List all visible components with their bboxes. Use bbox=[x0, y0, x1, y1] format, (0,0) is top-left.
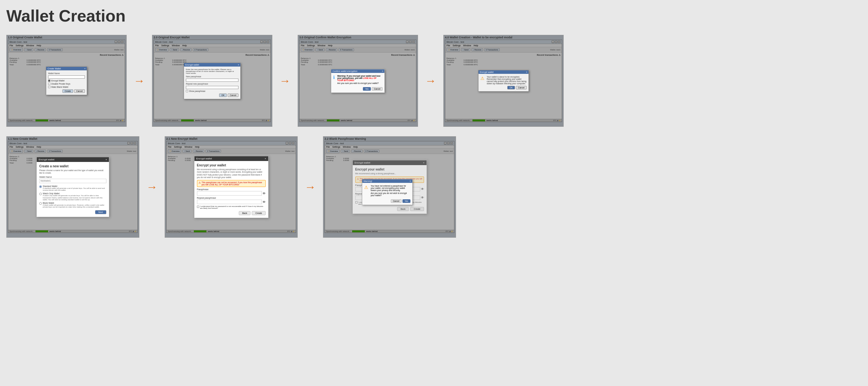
screenshot-2-0: 2.0 Original Encrypt Wallet Bitcoin Core… bbox=[152, 35, 272, 127]
warning-icon: ⚠ bbox=[480, 76, 485, 81]
warning-close-icon[interactable]: × bbox=[409, 180, 411, 182]
cancel-btn[interactable]: Cancel bbox=[74, 89, 85, 93]
create-btn[interactable]: Create bbox=[62, 89, 73, 93]
passphrase-input[interactable] bbox=[197, 191, 262, 196]
blank-warning-dialog: Warning! × ⚠ You have not entered a pass… bbox=[362, 179, 413, 205]
step-2-1: 2.1 New Encrypt Wallet Bitcoin Core - te… bbox=[165, 136, 298, 238]
screenshot-1-1: 1.1 New Create Wallet Bitcoin Core - tes… bbox=[6, 136, 140, 238]
step-label-2-2: 2.2 Blank Passphrase Warning bbox=[324, 137, 366, 140]
warning-yes-btn[interactable]: Yes bbox=[402, 199, 410, 203]
step-2-2: 2.2 Blank Passphrase Warning Bitcoin Cor… bbox=[323, 136, 456, 238]
cancel-btn3[interactable]: Cancel bbox=[372, 87, 382, 91]
eye-icon[interactable]: 👁 bbox=[262, 192, 266, 195]
new-encrypt-dialog: Encrypt wallet × Encrypt your wallet We … bbox=[194, 156, 269, 218]
screenshot-4-0: 4.0 Wallet Creation - Wallet to be encry… bbox=[443, 35, 564, 127]
encrypt-old-dialog: Encrypt wallet × Enter the new passphras… bbox=[184, 63, 241, 99]
create-wallet-dialog: Create Wallet × Wallet Name Encrypt Wall… bbox=[46, 66, 87, 95]
show-passphrase-checkbox[interactable] bbox=[186, 90, 188, 92]
create-wallet-body: Wallet Name Encrypt Wallet Disable Priva… bbox=[46, 70, 87, 95]
next-btn[interactable]: Next bbox=[95, 210, 106, 214]
cancel-btn4[interactable]: Cancel bbox=[516, 86, 527, 89]
page-title: Wallet Creation bbox=[6, 6, 862, 25]
new-create-overlay: Encrypt wallet × Create a new wallet Ple… bbox=[7, 137, 139, 237]
warning-cancel-btn[interactable]: Cancel bbox=[391, 199, 402, 203]
create-btn2[interactable]: Create bbox=[252, 211, 266, 215]
wallet-encrypt-overlay: Encrypt wallet × ⚠ Your wallet is about … bbox=[444, 35, 563, 126]
repeat-passphrase-input[interactable] bbox=[186, 86, 239, 89]
understand-checkbox[interactable] bbox=[197, 206, 199, 208]
arrow-2: → bbox=[272, 74, 298, 87]
confirm-encrypt-dialog: Confirm wallet encryption × ℹ Warning: I… bbox=[331, 69, 385, 93]
blank-wallet-checkbox[interactable] bbox=[48, 86, 50, 88]
step-2-0: 2.0 Original Encrypt Wallet Bitcoin Core… bbox=[152, 35, 272, 127]
wallet-type-group: Standard Wallet A standard wallet will g… bbox=[39, 185, 106, 208]
ok-btn[interactable]: OK bbox=[219, 93, 226, 97]
back-btn2[interactable]: Back bbox=[397, 207, 409, 211]
new-create-dialog: Encrypt wallet × Create a new wallet Ple… bbox=[36, 157, 109, 217]
ok-btn4[interactable]: OK bbox=[507, 86, 515, 89]
watch-radio[interactable] bbox=[39, 193, 42, 195]
arrow-4: → bbox=[140, 180, 165, 194]
screenshot-2-1: 2.1 New Encrypt Wallet Bitcoin Core - te… bbox=[165, 136, 298, 238]
watch-wallet-option[interactable]: Watch Only Wallet A watch only wallet wi… bbox=[39, 192, 106, 201]
encrypt-checkbox[interactable] bbox=[48, 80, 50, 82]
new-create-close-icon[interactable]: × bbox=[105, 158, 107, 161]
row-1: 1.0 Original Create Wallet Bitcoin Core … bbox=[6, 35, 862, 127]
passphrase-warning: ⚠ This passphrase can not be recovered. … bbox=[197, 180, 266, 187]
arrow-3: → bbox=[418, 74, 443, 87]
create-wallet-titlebar: Create Wallet × bbox=[46, 67, 87, 70]
confirm-encrypt-overlay: Confirm wallet encryption × ℹ Warning: I… bbox=[298, 35, 418, 126]
new-passphrase-input[interactable] bbox=[186, 79, 239, 82]
screenshot-2-2: 2.2 Blank Passphrase Warning Bitcoin Cor… bbox=[323, 136, 456, 238]
screenshot-3-0: 3.0 Original Confirm Wallet Encryption B… bbox=[298, 35, 418, 127]
standard-radio[interactable] bbox=[39, 185, 42, 188]
step-4-0: 4.0 Wallet Creation - Wallet to be encry… bbox=[443, 35, 564, 127]
w-close-icon[interactable]: × bbox=[526, 71, 527, 73]
step-label-1-0: 1.0 Original Create Wallet bbox=[8, 36, 42, 39]
blank-passphrase-overlay: Encrypt wallet × Encrypt your wallet We … bbox=[323, 137, 456, 237]
eye-icon3[interactable]: 👁 bbox=[421, 187, 424, 191]
encrypt-old-overlay: Encrypt wallet × Enter the new passphras… bbox=[152, 35, 272, 126]
dialog-close-icon[interactable]: × bbox=[84, 67, 86, 70]
step-1-1: 1.1 New Create Wallet Bitcoin Core - tes… bbox=[6, 136, 140, 238]
step-label-3-0: 3.0 Original Confirm Wallet Encryption bbox=[299, 36, 351, 39]
new-create-titlebar: Encrypt wallet × bbox=[37, 157, 109, 162]
repeat-passphrase-input2[interactable] bbox=[197, 200, 262, 204]
wallet-name-input[interactable] bbox=[48, 76, 85, 79]
disable-privkeys-checkbox[interactable] bbox=[48, 83, 50, 85]
standard-wallet-option[interactable]: Standard Wallet A standard wallet will g… bbox=[39, 185, 106, 191]
step-label-2-1: 2.1 New Encrypt Wallet bbox=[166, 137, 197, 140]
new-encrypt-overlay: Encrypt wallet × Encrypt your wallet We … bbox=[165, 137, 297, 237]
understand-checkbox2[interactable] bbox=[355, 201, 358, 204]
cancel-btn2[interactable]: Cancel bbox=[228, 93, 239, 97]
encrypt-close-icon[interactable]: × bbox=[238, 64, 239, 66]
step-1-0: 1.0 Original Create Wallet Bitcoin Core … bbox=[6, 35, 127, 127]
blank-wallet-option[interactable]: Blank Wallet A blank wallet will generat… bbox=[39, 202, 106, 208]
wallet-encrypt-dialog: Encrypt wallet × ⚠ Your wallet is about … bbox=[478, 70, 529, 92]
create-btn3[interactable]: Create bbox=[410, 207, 424, 211]
arrow-5: → bbox=[298, 180, 323, 194]
yes-btn[interactable]: Yes bbox=[363, 87, 371, 91]
step-label-1-1: 1.1 New Create Wallet bbox=[8, 137, 37, 140]
eye-icon2[interactable]: 👁 bbox=[262, 200, 266, 204]
confirm-close-icon[interactable]: × bbox=[382, 70, 383, 72]
warning-triangle-icon: ⚠ bbox=[364, 185, 368, 190]
step-label-2-0: 2.0 Original Encrypt Wallet bbox=[154, 36, 190, 39]
create-wallet-overlay: Create Wallet × Wallet Name Encrypt Wall… bbox=[7, 35, 126, 126]
arrow-1: → bbox=[127, 74, 152, 87]
back-btn[interactable]: Back bbox=[239, 211, 251, 215]
eye-icon4[interactable]: 👁 bbox=[421, 196, 424, 199]
new-encrypt-close-icon[interactable]: × bbox=[265, 157, 266, 160]
step-3-0: 3.0 Original Confirm Wallet Encryption B… bbox=[298, 35, 418, 127]
blank-radio[interactable] bbox=[39, 202, 42, 205]
new-wallet-name-input[interactable] bbox=[39, 179, 106, 183]
row-2: 1.1 New Create Wallet Bitcoin Core - tes… bbox=[6, 136, 862, 238]
info-icon: ℹ bbox=[333, 75, 335, 80]
step-label-4-0: 4.0 Wallet Creation - Wallet to be encry… bbox=[445, 36, 513, 39]
screenshot-1-0: 1.0 Original Create Wallet Bitcoin Core … bbox=[6, 35, 127, 127]
